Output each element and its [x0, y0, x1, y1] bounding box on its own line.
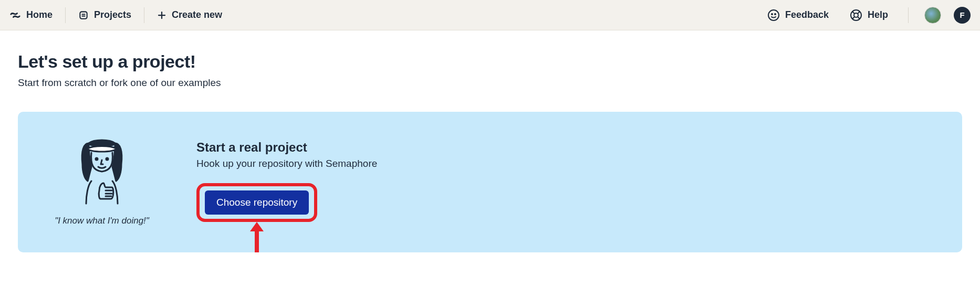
top-navigation: Home Projects Create new	[0, 0, 980, 30]
card-heading: Start a real project	[196, 140, 931, 155]
nav-projects[interactable]: Projects	[69, 6, 141, 24]
svg-marker-20	[250, 222, 264, 231]
nav-projects-label: Projects	[94, 9, 131, 20]
user-avatar-image[interactable]	[924, 7, 941, 24]
svg-point-9	[854, 13, 858, 17]
semaphore-logo-icon	[9, 9, 21, 21]
nav-feedback[interactable]: Feedback	[763, 6, 833, 24]
svg-line-13	[858, 12, 860, 14]
illustration-caption: "I know what I'm doing!"	[55, 216, 149, 226]
person-thumbs-up-icon	[73, 138, 131, 206]
main-content: Let's set up a project! Start from scrat…	[0, 30, 980, 273]
annotation-arrow-icon	[249, 222, 265, 253]
svg-line-10	[852, 12, 854, 14]
nav-divider	[65, 7, 66, 23]
svg-line-12	[852, 17, 854, 19]
nav-home-label: Home	[26, 9, 53, 20]
projects-icon	[78, 10, 89, 20]
svg-point-7	[775, 14, 776, 15]
svg-point-14	[96, 158, 98, 160]
nav-divider	[908, 7, 909, 23]
svg-point-15	[106, 158, 108, 160]
user-avatar-letter[interactable]: F	[954, 7, 971, 24]
nav-create-new-label: Create new	[172, 9, 222, 20]
svg-point-6	[772, 14, 773, 15]
nav-help-label: Help	[868, 9, 888, 20]
page-subtitle: Start from scratch or fork one of our ex…	[18, 77, 962, 89]
card-description: Hook up your repository with Semaphore	[196, 158, 931, 169]
choose-repository-button[interactable]: Choose repository	[205, 190, 309, 215]
plus-icon	[157, 10, 166, 20]
avatar-letter-text: F	[960, 10, 964, 19]
nav-left-group: Home Projects Create new	[9, 6, 232, 24]
setup-project-card: "I know what I'm doing!" Start a real pr…	[18, 112, 962, 252]
svg-line-11	[858, 17, 860, 19]
page-title: Let's set up a project!	[18, 51, 962, 72]
smile-icon	[767, 9, 780, 22]
nav-help[interactable]: Help	[846, 6, 892, 24]
nav-home[interactable]: Home	[9, 6, 62, 24]
svg-point-5	[768, 10, 779, 20]
card-illustration-column: "I know what I'm doing!"	[49, 138, 154, 226]
nav-divider	[144, 7, 144, 23]
card-content-column: Start a real project Hook up your reposi…	[196, 138, 931, 222]
annotation-highlight-box: Choose repository	[196, 183, 317, 222]
nav-create-new[interactable]: Create new	[148, 6, 232, 24]
svg-rect-0	[80, 12, 87, 18]
lifebuoy-icon	[850, 9, 862, 22]
nav-right-group: Feedback Help F	[763, 6, 971, 24]
nav-feedback-label: Feedback	[785, 9, 829, 20]
